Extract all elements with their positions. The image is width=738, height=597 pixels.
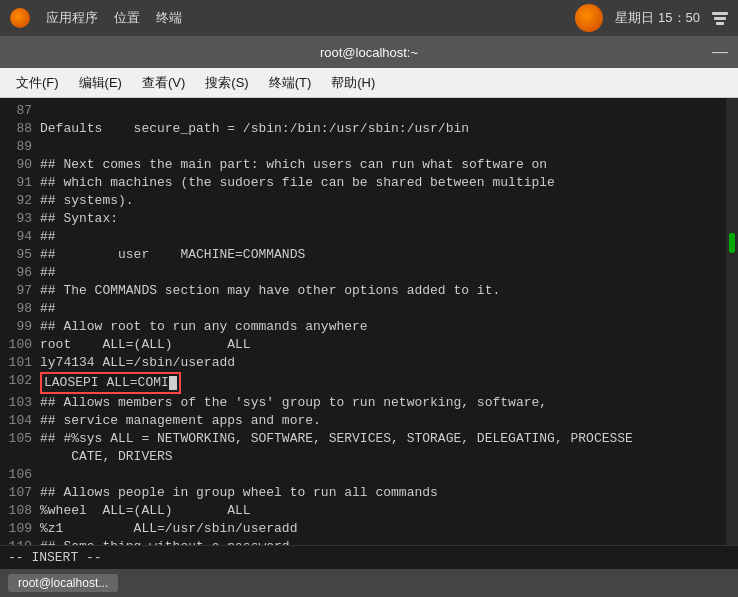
terminal-output: 87 88 Defaults secure_path = /sbin:/bin:… xyxy=(0,98,726,545)
view-menu[interactable]: 查看(V) xyxy=(134,72,193,94)
line-107: 107 ## Allows people in group wheel to r… xyxy=(0,484,726,502)
line-102-highlight-box: LAOSEPI ALL=COMI xyxy=(40,372,181,394)
scrollbar[interactable] xyxy=(726,98,738,545)
scrollbar-thumb[interactable] xyxy=(729,233,735,253)
line-94: 94 ## xyxy=(0,228,726,246)
line-104: 104 ## service management apps and more. xyxy=(0,412,726,430)
system-bar: 应用程序 位置 终端 星期日 15：50 xyxy=(0,0,738,36)
line-95: 95 ## user MACHINE=COMMANDS xyxy=(0,246,726,264)
system-bar-right: 星期日 15：50 xyxy=(575,4,728,32)
line-97: 97 ## The COMMANDS section may have othe… xyxy=(0,282,726,300)
line-93: 93 ## Syntax: xyxy=(0,210,726,228)
datetime: 星期日 15：50 xyxy=(615,9,700,27)
line-96: 96 ## xyxy=(0,264,726,282)
network-icon xyxy=(712,12,728,25)
line-88: 88 Defaults secure_path = /sbin:/bin:/us… xyxy=(0,120,726,138)
line-99: 99 ## Allow root to run any commands any… xyxy=(0,318,726,336)
line-100: 100 root ALL=(ALL) ALL xyxy=(0,336,726,354)
line-109: 109 %z1 ALL=/usr/sbin/useradd xyxy=(0,520,726,538)
status-bar: -- INSERT -- xyxy=(0,545,738,569)
line-106: 106 xyxy=(0,466,726,484)
title-bar: root@localhost:~ — xyxy=(0,36,738,68)
window-title: root@localhost:~ xyxy=(320,45,418,60)
file-menu[interactable]: 文件(F) xyxy=(8,72,67,94)
menu-bar: 文件(F) 编辑(E) 查看(V) 搜索(S) 终端(T) 帮助(H) xyxy=(0,68,738,98)
help-menu[interactable]: 帮助(H) xyxy=(323,72,383,94)
search-menu[interactable]: 搜索(S) xyxy=(197,72,256,94)
line-105-cont: CATE, DRIVERS xyxy=(0,448,726,466)
line-101: 101 ly74134 ALL=/sbin/useradd xyxy=(0,354,726,372)
system-logo xyxy=(10,8,30,28)
vim-mode-indicator: -- INSERT -- xyxy=(8,550,102,565)
terminal-menu[interactable]: 终端(T) xyxy=(261,72,320,94)
line-90: 90 ## Next comes the main part: which us… xyxy=(0,156,726,174)
scrollbar-track[interactable] xyxy=(728,100,736,543)
line-102: 102 LAOSEPI ALL=COMI xyxy=(0,372,726,394)
line-108: 108 %wheel ALL=(ALL) ALL xyxy=(0,502,726,520)
line-87: 87 xyxy=(0,102,726,120)
line-98: 98 ## xyxy=(0,300,726,318)
line-105: 105 ## #%sys ALL = NETWORKING, SOFTWARE,… xyxy=(0,430,726,448)
line-89: 89 xyxy=(0,138,726,156)
app-menu[interactable]: 应用程序 xyxy=(46,9,98,27)
taskbar: root@localhost... xyxy=(0,569,738,597)
term-menu[interactable]: 终端 xyxy=(156,9,182,27)
minimize-button[interactable]: — xyxy=(712,43,728,61)
text-cursor xyxy=(169,376,177,390)
taskbar-terminal-item[interactable]: root@localhost... xyxy=(8,574,118,592)
system-clock-icon xyxy=(575,4,603,32)
pos-menu[interactable]: 位置 xyxy=(114,9,140,27)
terminal-area[interactable]: 87 88 Defaults secure_path = /sbin:/bin:… xyxy=(0,98,738,545)
line-92: 92 ## systems). xyxy=(0,192,726,210)
edit-menu[interactable]: 编辑(E) xyxy=(71,72,130,94)
line-91: 91 ## which machines (the sudoers file c… xyxy=(0,174,726,192)
line-103: 103 ## Allows members of the 'sys' group… xyxy=(0,394,726,412)
line-110: 110 ## Same thing without a password xyxy=(0,538,726,545)
